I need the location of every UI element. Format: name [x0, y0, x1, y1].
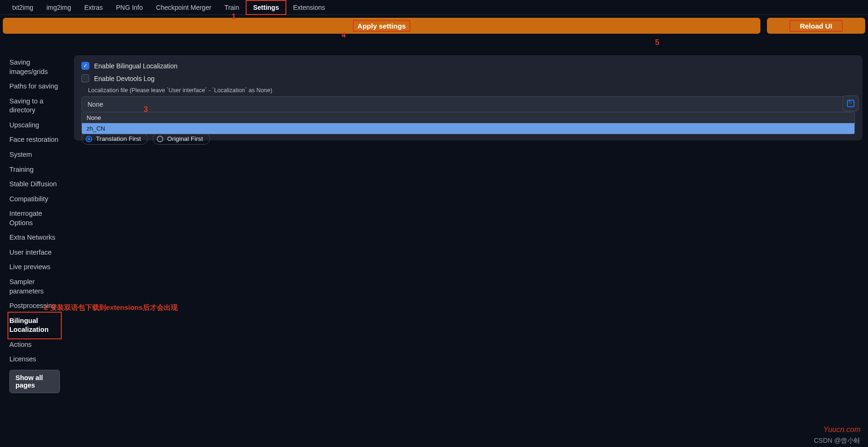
tab-img2img[interactable]: img2img — [40, 1, 78, 14]
enable-bilingual-row[interactable]: ✓ Enable Bilingual Localization — [81, 62, 855, 70]
enable-bilingual-label: Enable Bilingual Localization — [94, 62, 177, 70]
sidebar-item-interrogate[interactable]: Interrogate Options — [9, 206, 60, 230]
sidebar-item-extra-networks[interactable]: Extra Networks — [9, 230, 60, 245]
settings-sidebar: Saving images/grids Paths for saving Sav… — [3, 55, 60, 393]
sidebar-item-stable-diffusion[interactable]: Stable Diffusion — [9, 177, 60, 192]
watermark-csdn: CSDN @曾小蛙 — [814, 437, 861, 445]
refresh-button[interactable] — [843, 95, 859, 111]
localization-select-box[interactable]: None — [81, 96, 855, 112]
sidebar-item-live-previews[interactable]: Live previews — [9, 260, 60, 275]
refresh-icon — [847, 100, 854, 107]
show-all-pages-button[interactable]: Show all pages — [9, 370, 60, 393]
order-radio-group: Translation First Original First — [81, 133, 855, 145]
tab-txt2img[interactable]: txt2img — [6, 1, 40, 14]
localization-file-label: Localization file (Please leave `User in… — [88, 87, 855, 94]
tab-extras[interactable]: Extras — [78, 1, 109, 14]
apply-settings-label: Apply settings — [353, 20, 410, 32]
reload-ui-button[interactable]: Reload UI — [767, 18, 865, 34]
sidebar-item-upscaling[interactable]: Upscaling — [9, 118, 60, 133]
radio-translation-first[interactable]: Translation First — [81, 133, 148, 145]
sidebar-item-face-restoration[interactable]: Face restoration — [9, 132, 60, 147]
sidebar-item-licenses[interactable]: Licenses — [9, 352, 60, 367]
localization-selected: None — [88, 101, 103, 108]
checkbox-icon[interactable] — [81, 74, 89, 82]
tab-extensions[interactable]: Extensions — [286, 1, 331, 14]
dropdown-option-zhcn[interactable]: zh_CN — [82, 123, 854, 134]
dropdown-option-none[interactable]: None — [82, 112, 854, 123]
top-tabs: txt2img img2img Extras PNG Info Checkpoi… — [0, 0, 868, 15]
radio-translation-first-label: Translation First — [96, 135, 141, 142]
radio-original-first[interactable]: Original First — [153, 133, 210, 145]
localization-dropdown: None zh_CN — [81, 112, 855, 134]
sidebar-item-paths[interactable]: Paths for saving — [9, 79, 60, 94]
sidebar-item-bilingual-localization[interactable]: Bilingual Localization — [9, 314, 60, 337]
sidebar-item-saving-images[interactable]: Saving images/grids — [9, 55, 60, 79]
tab-pnginfo[interactable]: PNG Info — [109, 1, 150, 14]
action-row: Apply settings Reload UI — [0, 15, 868, 37]
radio-dot-icon — [86, 136, 92, 142]
settings-panel: ✓ Enable Bilingual Localization Enable D… — [74, 55, 862, 140]
sidebar-item-sampler-params[interactable]: Sampler parameters — [9, 275, 60, 299]
sidebar-item-saving-dir[interactable]: Saving to a directory — [9, 94, 60, 118]
sidebar-item-system[interactable]: System — [9, 147, 60, 162]
sidebar-item-actions[interactable]: Actions — [9, 337, 60, 352]
apply-settings-button[interactable]: Apply settings — [3, 18, 760, 34]
tab-checkpoint-merger[interactable]: Checkpoint Merger — [149, 1, 218, 14]
radio-dot-icon — [157, 136, 163, 142]
enable-devtools-label: Enable Devtools Log — [94, 75, 154, 82]
sidebar-item-postprocessing[interactable]: Postprocessing — [9, 299, 60, 314]
sidebar-item-training[interactable]: Training — [9, 162, 60, 177]
tab-train[interactable]: Train — [218, 1, 246, 14]
localization-select: None None zh_CN — [81, 96, 855, 112]
main: Saving images/grids Paths for saving Sav… — [0, 37, 868, 396]
tab-settings[interactable]: Settings — [246, 0, 286, 15]
reload-ui-label: Reload UI — [789, 20, 842, 32]
checkbox-icon[interactable]: ✓ — [81, 62, 89, 70]
sidebar-item-user-interface[interactable]: User interface — [9, 245, 60, 260]
enable-devtools-row[interactable]: Enable Devtools Log — [81, 74, 855, 82]
watermark-site: Yuucn.com — [824, 425, 861, 434]
sidebar-item-compatibility[interactable]: Compatibility — [9, 192, 60, 207]
radio-original-first-label: Original First — [167, 135, 203, 142]
